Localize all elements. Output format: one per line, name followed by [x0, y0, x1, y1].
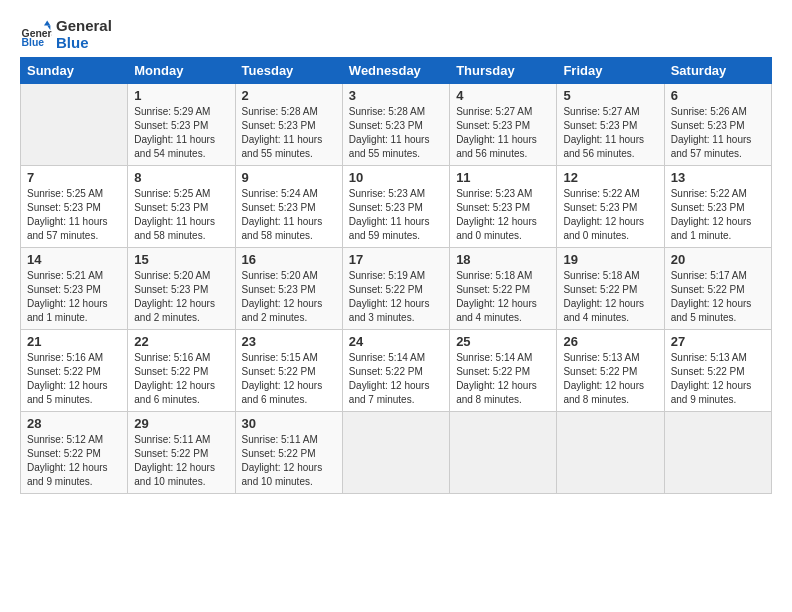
weekday-header: Tuesday — [235, 58, 342, 84]
day-number: 4 — [456, 88, 550, 103]
day-number: 27 — [671, 334, 765, 349]
day-number: 8 — [134, 170, 228, 185]
calendar-cell: 21Sunrise: 5:16 AM Sunset: 5:22 PM Dayli… — [21, 330, 128, 412]
calendar-cell: 1Sunrise: 5:29 AM Sunset: 5:23 PM Daylig… — [128, 84, 235, 166]
day-number: 1 — [134, 88, 228, 103]
day-number: 7 — [27, 170, 121, 185]
day-info: Sunrise: 5:19 AM Sunset: 5:22 PM Dayligh… — [349, 269, 443, 325]
day-number: 15 — [134, 252, 228, 267]
calendar-cell: 23Sunrise: 5:15 AM Sunset: 5:22 PM Dayli… — [235, 330, 342, 412]
calendar-week-row: 7Sunrise: 5:25 AM Sunset: 5:23 PM Daylig… — [21, 166, 772, 248]
day-info: Sunrise: 5:18 AM Sunset: 5:22 PM Dayligh… — [456, 269, 550, 325]
logo-icon: General Blue — [20, 19, 52, 51]
day-info: Sunrise: 5:13 AM Sunset: 5:22 PM Dayligh… — [671, 351, 765, 407]
day-number: 28 — [27, 416, 121, 431]
calendar-table: SundayMondayTuesdayWednesdayThursdayFrid… — [20, 57, 772, 494]
calendar-header-row: SundayMondayTuesdayWednesdayThursdayFrid… — [21, 58, 772, 84]
calendar-cell: 10Sunrise: 5:23 AM Sunset: 5:23 PM Dayli… — [342, 166, 449, 248]
weekday-header: Friday — [557, 58, 664, 84]
calendar-cell: 28Sunrise: 5:12 AM Sunset: 5:22 PM Dayli… — [21, 412, 128, 494]
weekday-header: Thursday — [450, 58, 557, 84]
day-number: 2 — [242, 88, 336, 103]
day-info: Sunrise: 5:14 AM Sunset: 5:22 PM Dayligh… — [456, 351, 550, 407]
day-info: Sunrise: 5:28 AM Sunset: 5:23 PM Dayligh… — [349, 105, 443, 161]
day-info: Sunrise: 5:25 AM Sunset: 5:23 PM Dayligh… — [27, 187, 121, 243]
day-number: 29 — [134, 416, 228, 431]
svg-marker-2 — [44, 20, 50, 25]
day-number: 17 — [349, 252, 443, 267]
day-info: Sunrise: 5:20 AM Sunset: 5:23 PM Dayligh… — [134, 269, 228, 325]
svg-text:Blue: Blue — [22, 37, 45, 48]
day-info: Sunrise: 5:12 AM Sunset: 5:22 PM Dayligh… — [27, 433, 121, 489]
day-info: Sunrise: 5:22 AM Sunset: 5:23 PM Dayligh… — [671, 187, 765, 243]
day-info: Sunrise: 5:27 AM Sunset: 5:23 PM Dayligh… — [563, 105, 657, 161]
calendar-cell — [557, 412, 664, 494]
day-info: Sunrise: 5:29 AM Sunset: 5:23 PM Dayligh… — [134, 105, 228, 161]
day-info: Sunrise: 5:14 AM Sunset: 5:22 PM Dayligh… — [349, 351, 443, 407]
day-number: 13 — [671, 170, 765, 185]
day-number: 25 — [456, 334, 550, 349]
calendar-cell: 13Sunrise: 5:22 AM Sunset: 5:23 PM Dayli… — [664, 166, 771, 248]
day-number: 22 — [134, 334, 228, 349]
day-number: 30 — [242, 416, 336, 431]
calendar-cell: 26Sunrise: 5:13 AM Sunset: 5:22 PM Dayli… — [557, 330, 664, 412]
calendar-cell — [664, 412, 771, 494]
day-info: Sunrise: 5:26 AM Sunset: 5:23 PM Dayligh… — [671, 105, 765, 161]
day-info: Sunrise: 5:11 AM Sunset: 5:22 PM Dayligh… — [134, 433, 228, 489]
calendar-cell: 16Sunrise: 5:20 AM Sunset: 5:23 PM Dayli… — [235, 248, 342, 330]
day-number: 26 — [563, 334, 657, 349]
day-info: Sunrise: 5:23 AM Sunset: 5:23 PM Dayligh… — [349, 187, 443, 243]
calendar-cell: 18Sunrise: 5:18 AM Sunset: 5:22 PM Dayli… — [450, 248, 557, 330]
calendar-cell: 8Sunrise: 5:25 AM Sunset: 5:23 PM Daylig… — [128, 166, 235, 248]
calendar-cell — [342, 412, 449, 494]
calendar-cell: 19Sunrise: 5:18 AM Sunset: 5:22 PM Dayli… — [557, 248, 664, 330]
weekday-header: Saturday — [664, 58, 771, 84]
calendar-cell: 7Sunrise: 5:25 AM Sunset: 5:23 PM Daylig… — [21, 166, 128, 248]
calendar-cell: 14Sunrise: 5:21 AM Sunset: 5:23 PM Dayli… — [21, 248, 128, 330]
day-number: 24 — [349, 334, 443, 349]
day-number: 18 — [456, 252, 550, 267]
calendar-cell: 6Sunrise: 5:26 AM Sunset: 5:23 PM Daylig… — [664, 84, 771, 166]
day-info: Sunrise: 5:13 AM Sunset: 5:22 PM Dayligh… — [563, 351, 657, 407]
day-info: Sunrise: 5:28 AM Sunset: 5:23 PM Dayligh… — [242, 105, 336, 161]
day-info: Sunrise: 5:22 AM Sunset: 5:23 PM Dayligh… — [563, 187, 657, 243]
day-number: 19 — [563, 252, 657, 267]
calendar-cell: 29Sunrise: 5:11 AM Sunset: 5:22 PM Dayli… — [128, 412, 235, 494]
day-number: 5 — [563, 88, 657, 103]
day-number: 11 — [456, 170, 550, 185]
calendar-cell: 4Sunrise: 5:27 AM Sunset: 5:23 PM Daylig… — [450, 84, 557, 166]
calendar-cell: 22Sunrise: 5:16 AM Sunset: 5:22 PM Dayli… — [128, 330, 235, 412]
day-number: 6 — [671, 88, 765, 103]
calendar-week-row: 28Sunrise: 5:12 AM Sunset: 5:22 PM Dayli… — [21, 412, 772, 494]
calendar-cell: 2Sunrise: 5:28 AM Sunset: 5:23 PM Daylig… — [235, 84, 342, 166]
day-info: Sunrise: 5:16 AM Sunset: 5:22 PM Dayligh… — [27, 351, 121, 407]
day-number: 16 — [242, 252, 336, 267]
calendar-cell: 3Sunrise: 5:28 AM Sunset: 5:23 PM Daylig… — [342, 84, 449, 166]
weekday-header: Wednesday — [342, 58, 449, 84]
calendar-cell — [450, 412, 557, 494]
calendar-cell: 20Sunrise: 5:17 AM Sunset: 5:22 PM Dayli… — [664, 248, 771, 330]
day-number: 9 — [242, 170, 336, 185]
day-number: 20 — [671, 252, 765, 267]
day-info: Sunrise: 5:17 AM Sunset: 5:22 PM Dayligh… — [671, 269, 765, 325]
day-number: 10 — [349, 170, 443, 185]
calendar-cell: 30Sunrise: 5:11 AM Sunset: 5:22 PM Dayli… — [235, 412, 342, 494]
logo-general: General — [56, 18, 112, 35]
calendar-cell: 9Sunrise: 5:24 AM Sunset: 5:23 PM Daylig… — [235, 166, 342, 248]
day-info: Sunrise: 5:24 AM Sunset: 5:23 PM Dayligh… — [242, 187, 336, 243]
day-number: 14 — [27, 252, 121, 267]
day-info: Sunrise: 5:15 AM Sunset: 5:22 PM Dayligh… — [242, 351, 336, 407]
day-info: Sunrise: 5:23 AM Sunset: 5:23 PM Dayligh… — [456, 187, 550, 243]
day-info: Sunrise: 5:25 AM Sunset: 5:23 PM Dayligh… — [134, 187, 228, 243]
day-info: Sunrise: 5:16 AM Sunset: 5:22 PM Dayligh… — [134, 351, 228, 407]
day-info: Sunrise: 5:20 AM Sunset: 5:23 PM Dayligh… — [242, 269, 336, 325]
day-info: Sunrise: 5:18 AM Sunset: 5:22 PM Dayligh… — [563, 269, 657, 325]
day-info: Sunrise: 5:21 AM Sunset: 5:23 PM Dayligh… — [27, 269, 121, 325]
logo-blue: Blue — [56, 35, 112, 52]
weekday-header: Monday — [128, 58, 235, 84]
calendar-week-row: 14Sunrise: 5:21 AM Sunset: 5:23 PM Dayli… — [21, 248, 772, 330]
calendar-cell: 25Sunrise: 5:14 AM Sunset: 5:22 PM Dayli… — [450, 330, 557, 412]
day-number: 21 — [27, 334, 121, 349]
weekday-header: Sunday — [21, 58, 128, 84]
calendar-cell: 15Sunrise: 5:20 AM Sunset: 5:23 PM Dayli… — [128, 248, 235, 330]
